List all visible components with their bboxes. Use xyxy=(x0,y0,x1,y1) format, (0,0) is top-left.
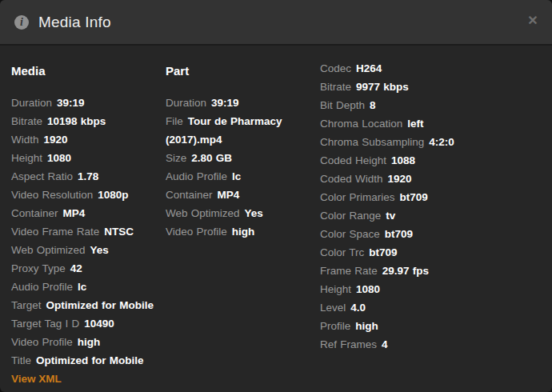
media-row-title: TitleOptimized for Mobile xyxy=(11,351,158,370)
media-section: Media Duration39:19 Bitrate10198 kbps Wi… xyxy=(11,46,158,370)
media-row-aspect-ratio: Aspect Ratio1.78 xyxy=(11,167,158,186)
stream-row-color-space: Color Spacebt709 xyxy=(320,225,546,243)
media-row-duration: Duration39:19 xyxy=(11,94,158,112)
media-section-title: Media xyxy=(11,65,158,78)
part-row-file: FileTour de Pharmacy (2017).mp4 xyxy=(166,112,313,149)
media-row-video-resolution: Video Resolution1080p xyxy=(11,186,158,204)
stream-row-profile: Profilehigh xyxy=(320,317,546,335)
stream-row-chroma-location: Chroma Locationleft xyxy=(320,114,546,133)
media-row-web-optimized: Web OptimizedYes xyxy=(11,241,158,259)
stream-row-ref-frames: Ref Frames4 xyxy=(320,335,546,354)
modal-title: Media Info xyxy=(38,14,111,31)
info-icon: i xyxy=(14,15,29,30)
stream-row-codec: CodecH264 xyxy=(320,59,546,78)
media-row-container: ContainerMP4 xyxy=(11,204,158,222)
stream-row-level: Level4.0 xyxy=(320,298,546,317)
media-row-target-tag-id: Target Tag I D10490 xyxy=(11,314,158,333)
part-row-container: ContainerMP4 xyxy=(166,186,313,204)
media-row-height: Height1080 xyxy=(11,149,158,167)
stream-row-bitrate: Bitrate9977 kbps xyxy=(320,78,546,96)
stream-row-color-trc: Color Trcbt709 xyxy=(320,243,546,262)
media-info-modal: i Media Info ✕ Media Duration39:19 Bitra… xyxy=(0,0,552,392)
stream-row-coded-height: Coded Height1088 xyxy=(320,151,546,170)
media-row-bitrate: Bitrate10198 kbps xyxy=(11,112,158,130)
close-icon[interactable]: ✕ xyxy=(525,13,541,29)
stream-row-color-primaries: Color Primariesbt709 xyxy=(320,188,546,206)
stream-row-bit-depth: Bit Depth8 xyxy=(320,96,546,114)
media-row-proxy-type: Proxy Type42 xyxy=(11,259,158,278)
stream-row-chroma-subsampling: Chroma Subsampling4:2:0 xyxy=(320,133,546,151)
video-stream-section: CodecH264 Bitrate9977 kbps Bit Depth8 Ch… xyxy=(320,46,546,354)
part-row-size: Size2.80 GB xyxy=(166,149,313,167)
view-xml-link[interactable]: View XML xyxy=(11,370,62,388)
media-row-video-profile: Video Profilehigh xyxy=(11,333,158,351)
modal-header: i Media Info ✕ xyxy=(0,0,552,46)
stream-row-coded-width: Coded Width1920 xyxy=(320,170,546,188)
media-row-audio-profile: Audio Profilelc xyxy=(11,278,158,296)
part-row-audio-profile: Audio Profilelc xyxy=(166,167,313,186)
part-row-web-optimized: Web OptimizedYes xyxy=(166,204,313,222)
stream-row-height: Height1080 xyxy=(320,280,546,298)
stream-row-frame-rate: Frame Rate29.97 fps xyxy=(320,262,546,280)
media-row-video-frame-rate: Video Frame RateNTSC xyxy=(11,222,158,241)
modal-content: Media Duration39:19 Bitrate10198 kbps Wi… xyxy=(0,46,552,392)
part-row-duration: Duration39:19 xyxy=(166,94,313,112)
part-section-title: Part xyxy=(166,65,313,78)
part-row-video-profile: Video Profilehigh xyxy=(166,222,313,241)
part-section: Part Duration39:19 FileTour de Pharmacy … xyxy=(166,46,313,241)
media-row-width: Width1920 xyxy=(11,130,158,149)
stream-row-color-range: Color Rangetv xyxy=(320,206,546,225)
media-row-target: TargetOptimized for Mobile xyxy=(11,296,158,314)
